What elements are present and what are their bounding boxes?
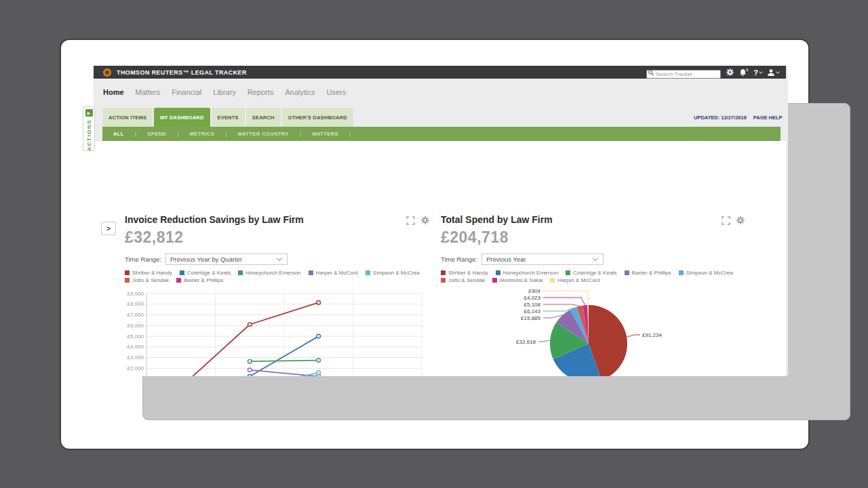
search-box [646, 66, 721, 79]
nav-item-library[interactable]: Library [213, 88, 236, 96]
legend-swatch-icon [176, 278, 181, 283]
nav-item-reports[interactable]: Reports [248, 88, 274, 96]
fullscreen-icon[interactable] [406, 216, 415, 228]
filter-separator: | [135, 131, 137, 137]
legend-item: Harper & McCord [550, 277, 599, 283]
user-account-icon[interactable] [767, 68, 779, 77]
legend-label: Simpson & McCrea [686, 270, 733, 276]
nav-item-home[interactable]: Home [103, 88, 124, 96]
svg-text:£4,023: £4,023 [524, 295, 541, 301]
filter-separator: | [300, 131, 302, 137]
svg-text:£4,000: £4,000 [127, 344, 144, 350]
svg-text:£15,885: £15,885 [521, 315, 540, 321]
fullscreen-icon[interactable] [722, 216, 730, 228]
legend-swatch-icon [566, 270, 570, 275]
chevron-down-icon [593, 256, 598, 261]
nav-item-analytics[interactable]: Analytics [285, 88, 315, 96]
legend-item: Honeychurch Emerson [496, 270, 558, 276]
actions-flyout-tab[interactable]: ▶ ACTIONS [83, 106, 95, 151]
chevron-down-icon [277, 256, 282, 261]
legend-swatch-icon [125, 270, 130, 275]
legend-label: Jotto & Sendak [132, 277, 169, 283]
legend-item: Jotto & Sendak [441, 277, 485, 283]
chart-settings-gear-icon[interactable] [420, 216, 430, 228]
search-icon [648, 67, 654, 79]
legend-item: Coleridge & Keats [180, 270, 231, 276]
left-chart-title: Invoice Reduction Savings by Law Firm [125, 214, 304, 225]
main-nav: HomeMattersFinancialLibraryReportsAnalyt… [103, 88, 346, 96]
pie-chart[interactable]: £91,234£48,798£32,618£15,885£6,143£5,108… [500, 284, 731, 376]
actions-tab-label: ACTIONS [86, 119, 92, 151]
app-window: THOMSON REUTERS™ LEGAL TRACKER 1 ? [94, 66, 788, 376]
legend-swatch-icon [125, 278, 130, 283]
svg-text:£2,000: £2,000 [127, 365, 144, 371]
dashboard-content: > Invoice Reduction Savings by Law Firm … [94, 141, 786, 376]
legend-item: Harper & McCord [309, 270, 358, 276]
filter-separator: | [349, 131, 351, 137]
legend-item: Morimoto & Sakai [492, 277, 542, 283]
line-chart[interactable]: £0£1,000£2,000£3,000£4,000£5,000£6,000£7… [125, 291, 423, 376]
time-range-select[interactable]: Previous Year by Quarter [165, 253, 288, 265]
filter-all[interactable]: ALL [113, 131, 124, 137]
nav-item-users[interactable]: Users [326, 88, 346, 96]
legend-swatch-icon [492, 278, 497, 283]
legend-swatch-icon [441, 270, 446, 275]
legend-swatch-icon [496, 270, 500, 275]
nav-item-matters[interactable]: Matters [136, 88, 161, 96]
legend-label: Harper & McCord [557, 277, 599, 283]
left-chart-legend: Shriber & HandyColeridge & KeatsHoneychu… [125, 270, 430, 283]
legend-swatch-icon [625, 270, 629, 275]
filter-separator: | [177, 131, 179, 137]
svg-text:£91,234: £91,234 [642, 332, 662, 338]
svg-text:£5,108: £5,108 [524, 302, 541, 308]
dashboard-tabs: ACTION ITEMSMY DASHBOARDEVENTSSEARCHOTHE… [102, 108, 353, 127]
right-chart-legend: Shriber & HandyHoneychurch EmersonColeri… [441, 270, 760, 283]
legend-item: Baxter & Phillips [176, 277, 223, 283]
legend-swatch-icon [679, 270, 684, 275]
nav-item-financial[interactable]: Financial [172, 88, 201, 96]
page-help-link[interactable]: PAGE HELP [753, 115, 783, 121]
svg-text:£9,000: £9,000 [127, 291, 144, 297]
legend-label: Morimoto & Sakai [500, 277, 542, 283]
tab-events[interactable]: EVENTS [212, 108, 245, 127]
time-range-label: Time Range: [441, 256, 477, 263]
tab-my-dashboard[interactable]: MY DASHBOARD [154, 108, 210, 127]
legend-item: Jotto & Sendak [125, 277, 169, 283]
notifications-bell-icon[interactable]: 1 [739, 68, 749, 77]
tab-other-s-dashboard[interactable]: OTHER'S DASHBOARD [282, 108, 353, 127]
panel-expand-button[interactable]: > [101, 222, 116, 235]
svg-text:£6,000: £6,000 [127, 323, 144, 329]
legend-item: Honeychurch Emerson [238, 270, 300, 276]
dashboard-filter-bar: ALL|SPEND|METRICS|MATTER COUNTRY|MATTERS… [102, 127, 781, 141]
filter-matters[interactable]: MATTERS [312, 131, 338, 137]
legend-item: Shriber & Handy [125, 270, 172, 276]
filter-metrics[interactable]: METRICS [190, 131, 215, 137]
legend-item: Baxter & Phillips [625, 270, 671, 276]
legend-label: Coleridge & Keats [573, 270, 616, 276]
legend-swatch-icon [441, 278, 446, 283]
legend-label: Simpson & McCrea [373, 270, 420, 276]
svg-text:£904: £904 [528, 288, 540, 294]
actions-expand-icon: ▶ [85, 109, 93, 117]
help-icon[interactable]: ? [753, 68, 762, 77]
tab-search[interactable]: SEARCH [246, 108, 281, 127]
legend-label: Honeychurch Emerson [245, 270, 300, 276]
notification-count-badge: 1 [746, 68, 748, 72]
settings-gear-icon[interactable] [726, 68, 734, 77]
updated-timestamp: UPDATED: 12/27/2016 [694, 115, 747, 121]
filter-matter-country[interactable]: MATTER COUNTRY [238, 131, 289, 137]
time-range-select[interactable]: Previous Year [481, 253, 604, 265]
chevron-down-icon [759, 70, 763, 74]
svg-text:£7,000: £7,000 [127, 312, 144, 318]
chevron-down-icon [776, 70, 780, 74]
filter-spend[interactable]: SPEND [147, 131, 166, 137]
tab-action-items[interactable]: ACTION ITEMS [102, 108, 153, 127]
search-input[interactable] [646, 70, 721, 79]
legend-label: Baxter & Phillips [184, 277, 223, 283]
svg-text:£6,143: £6,143 [524, 308, 541, 314]
chart-settings-gear-icon[interactable] [736, 216, 745, 228]
legend-label: Shriber & Handy [132, 270, 172, 276]
legend-swatch-icon [550, 278, 555, 283]
svg-text:£32,618: £32,618 [516, 339, 536, 345]
legend-item: Simpson & McCrea [679, 270, 733, 276]
